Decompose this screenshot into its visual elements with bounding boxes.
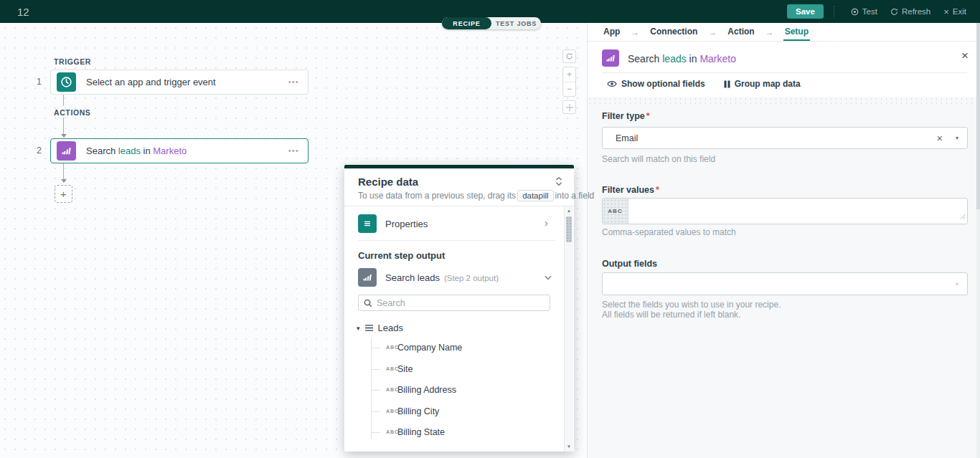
stepper-action[interactable]: Action bbox=[726, 23, 755, 41]
datapill-label: Billing Address bbox=[397, 385, 456, 395]
eye-icon bbox=[607, 80, 617, 87]
refresh-button[interactable]: Refresh bbox=[890, 7, 930, 16]
tree-branch bbox=[371, 432, 380, 433]
add-step-button[interactable]: + bbox=[55, 185, 72, 203]
filter-type-select[interactable]: Email × ▾ bbox=[602, 127, 968, 149]
connector-line bbox=[63, 95, 64, 106]
list-icon bbox=[364, 324, 374, 332]
divider bbox=[358, 240, 555, 241]
output-fields-help-1: Select the fields you wish to use in you… bbox=[602, 300, 781, 310]
datapill-label: Company Name bbox=[397, 343, 462, 353]
title-app-link[interactable]: Marketo bbox=[699, 53, 736, 65]
test-button[interactable]: Test bbox=[851, 7, 877, 16]
recipe-data-hint: To use data from a previous step, drag i… bbox=[358, 190, 594, 201]
step-2-menu-button[interactable]: ••• bbox=[288, 147, 299, 155]
datapill-label: Billing State bbox=[397, 427, 445, 437]
expand-collapse-icon bbox=[555, 176, 562, 186]
required-asterisk: * bbox=[646, 111, 650, 121]
rotate-icon bbox=[565, 52, 573, 60]
datapill-site[interactable]: ABC Site bbox=[344, 362, 552, 376]
actions-section-label: ACTIONS bbox=[54, 108, 90, 117]
chevron-right-icon[interactable]: › bbox=[545, 217, 548, 229]
recipe-data-panel: Recipe data To use data from a previous … bbox=[344, 165, 574, 452]
tree-branch bbox=[371, 369, 380, 370]
page-scrollbar[interactable] bbox=[976, 23, 980, 458]
filter-values-input[interactable] bbox=[628, 199, 967, 224]
datapill-billing-city[interactable]: ABC Billing City bbox=[344, 404, 552, 419]
dotted-divider bbox=[588, 97, 980, 105]
test-label: Test bbox=[862, 7, 877, 16]
scroll-up-arrow[interactable]: ▲ bbox=[567, 209, 571, 213]
top-bar-actions: Save Test Refresh × Exit bbox=[787, 0, 973, 23]
filter-type-value: Email bbox=[616, 133, 638, 143]
step-2-object-link[interactable]: leads bbox=[118, 145, 141, 156]
clear-icon[interactable]: × bbox=[937, 133, 943, 144]
group-map-data-button[interactable]: Group map data bbox=[724, 79, 801, 89]
reset-view-button[interactable] bbox=[562, 49, 576, 63]
setup-form: Filter type* Email × ▾ Search will match… bbox=[588, 97, 980, 458]
chevron-down-icon[interactable] bbox=[545, 270, 552, 283]
connector-arrowhead bbox=[61, 134, 67, 138]
step-output-row[interactable]: Search leads(Step 2 output) bbox=[385, 272, 499, 283]
zoom-out-button[interactable]: − bbox=[563, 82, 575, 97]
clock-icon bbox=[57, 72, 76, 92]
scroll-down-arrow[interactable]: ▼ bbox=[567, 444, 571, 449]
page-scrollbar-thumb[interactable] bbox=[976, 23, 980, 209]
fit-view-button[interactable] bbox=[562, 100, 576, 114]
dropdown-caret-icon[interactable]: ▾ bbox=[956, 135, 958, 141]
title-action: Search bbox=[628, 53, 659, 65]
datapill-search-box bbox=[358, 295, 550, 311]
filter-values-help: Comma-separated values to match bbox=[602, 227, 736, 237]
title-connector: in bbox=[689, 53, 697, 65]
scrollbar-thumb[interactable] bbox=[566, 216, 572, 242]
output-fields-select[interactable]: ▾ bbox=[602, 272, 968, 295]
step-2-connector: in bbox=[143, 145, 151, 156]
zoom-in-button[interactable]: + bbox=[563, 67, 575, 82]
stepper-setup[interactable]: Setup bbox=[783, 23, 810, 41]
dropdown-caret-icon: ▾ bbox=[956, 281, 958, 287]
view-toggle: RECIPE TEST JOBS bbox=[442, 17, 541, 29]
tree-branch bbox=[371, 348, 380, 348]
search-input[interactable] bbox=[377, 298, 545, 308]
step-2-app-link[interactable]: Marketo bbox=[153, 145, 187, 156]
show-optional-fields-button[interactable]: Show optional fields bbox=[607, 79, 705, 89]
filter-type-help: Search will match on this field bbox=[602, 154, 715, 164]
output-fields-help-2: All fields will be returned if left blan… bbox=[602, 310, 740, 320]
stepper-arrow-icon: → bbox=[765, 23, 774, 41]
save-button[interactable]: Save bbox=[787, 4, 824, 19]
resize-handle[interactable] bbox=[960, 209, 966, 222]
trigger-step-card[interactable]: Select an app and trigger event ••• bbox=[50, 70, 308, 95]
close-panel-button[interactable]: × bbox=[961, 49, 969, 62]
step-2-title: Search leads in Marketo bbox=[86, 145, 187, 156]
collapse-panel-button[interactable] bbox=[555, 176, 562, 189]
step-1-menu-button[interactable]: ••• bbox=[288, 78, 299, 86]
refresh-icon bbox=[890, 8, 898, 16]
stepper-app[interactable]: App bbox=[602, 23, 621, 41]
title-object-link[interactable]: leads bbox=[662, 53, 686, 65]
target-icon bbox=[851, 8, 859, 16]
setup-panel: App → Connection → Action → Setup Search… bbox=[587, 23, 980, 458]
tree-root-label: Leads bbox=[378, 323, 403, 333]
tab-recipe[interactable]: RECIPE bbox=[442, 17, 491, 29]
caret-down-icon: ▾ bbox=[357, 325, 360, 332]
datapill-billing-state[interactable]: ABC Billing State bbox=[344, 425, 552, 439]
columns-icon bbox=[724, 80, 730, 88]
hint-suffix: into a field bbox=[555, 191, 595, 201]
filter-values-field: ABC bbox=[602, 198, 968, 224]
datapill-company-name[interactable]: ABC Company Name bbox=[344, 340, 552, 355]
recipe-data-title: Recipe data bbox=[358, 176, 418, 188]
datapill-chip: datapill bbox=[517, 190, 553, 201]
panel-scrollbar[interactable]: ▲ ▼ bbox=[564, 206, 573, 452]
properties-row[interactable]: Properties bbox=[385, 219, 428, 229]
connector-line bbox=[63, 118, 64, 134]
leads-tree-toggle[interactable]: ▾ Leads bbox=[357, 323, 403, 333]
stepper-connection[interactable]: Connection bbox=[649, 23, 699, 41]
label-text: Filter type bbox=[602, 111, 645, 121]
exit-button[interactable]: × Exit bbox=[943, 6, 966, 17]
datapill-billing-address[interactable]: ABC Billing Address bbox=[344, 383, 552, 397]
divider bbox=[344, 206, 574, 206]
marketo-output-icon bbox=[358, 268, 377, 287]
marketo-icon bbox=[57, 141, 76, 161]
action-step-card[interactable]: Search leads in Marketo ••• bbox=[50, 138, 308, 163]
tab-test-jobs[interactable]: TEST JOBS bbox=[491, 17, 541, 29]
